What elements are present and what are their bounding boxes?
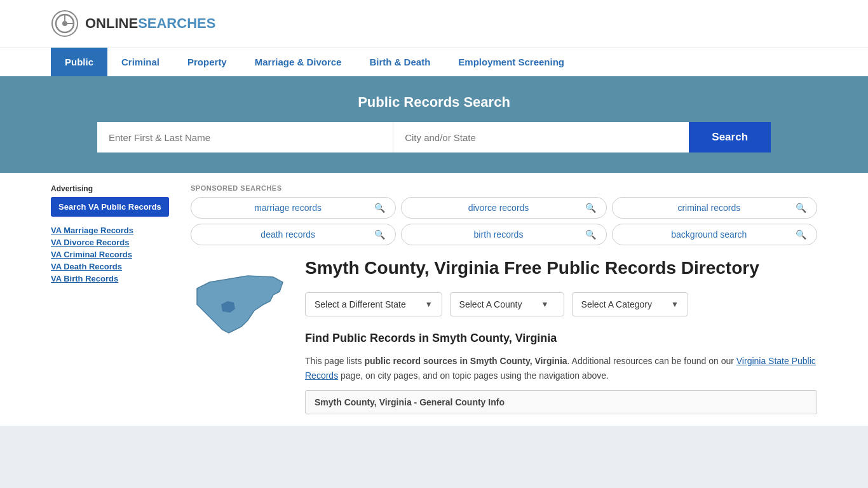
- logo-icon: [51, 10, 79, 37]
- search-banner-title: Public Records Search: [51, 94, 817, 111]
- location-input[interactable]: [393, 122, 689, 152]
- sponsored-item-background[interactable]: background search 🔍: [612, 224, 817, 245]
- search-icon-1: 🔍: [374, 203, 385, 213]
- sponsored-death-text: death records: [201, 229, 374, 240]
- directory-title: Smyth County, Virginia Free Public Recor…: [305, 257, 817, 280]
- logo-searches-text: SEARCHES: [138, 15, 215, 32]
- sponsored-divorce-text: divorce records: [412, 203, 585, 213]
- search-icon-4: 🔍: [374, 229, 385, 240]
- state-map: [191, 257, 292, 414]
- sponsored-item-divorce[interactable]: divorce records 🔍: [401, 197, 606, 219]
- sponsored-label: SPONSORED SEARCHES: [191, 184, 817, 192]
- nav-item-marriage-divorce[interactable]: Marriage & Divorce: [241, 48, 356, 76]
- sidebar-ad-label: Advertising: [51, 184, 172, 193]
- sponsored-item-marriage[interactable]: marriage records 🔍: [191, 197, 396, 219]
- state-dropdown-label: Select a Different State: [315, 299, 406, 309]
- main-content: Advertising Search VA Public Records VA …: [0, 173, 868, 426]
- category-dropdown-label: Select A Category: [581, 299, 652, 309]
- category-dropdown-arrow: ▼: [671, 300, 679, 309]
- sidebar: Advertising Search VA Public Records VA …: [51, 173, 172, 426]
- dropdown-row: Select a Different State ▼ Select A Coun…: [305, 292, 817, 316]
- search-icon-2: 🔍: [585, 203, 596, 213]
- sidebar-ad-button[interactable]: Search VA Public Records: [51, 197, 169, 217]
- logo[interactable]: ONLINE SEARCHES: [51, 10, 215, 37]
- logo-online-text: ONLINE: [85, 15, 138, 32]
- county-dropdown-label: Select A County: [459, 299, 522, 309]
- sidebar-link-death[interactable]: VA Death Records: [51, 262, 172, 271]
- logo-text: ONLINE SEARCHES: [85, 15, 215, 32]
- search-banner: Public Records Search Search: [0, 76, 868, 173]
- sidebar-link-marriage[interactable]: VA Marriage Records: [51, 226, 172, 235]
- nav-item-employment[interactable]: Employment Screening: [444, 48, 578, 76]
- nav-item-criminal[interactable]: Criminal: [107, 48, 173, 76]
- find-title: Find Public Records in Smyth County, Vir…: [305, 332, 817, 345]
- desc-bold: public record sources in Smyth County, V…: [364, 356, 567, 366]
- nav-item-public[interactable]: Public: [51, 48, 107, 76]
- sponsored-marriage-text: marriage records: [201, 203, 374, 213]
- search-button[interactable]: Search: [689, 122, 771, 152]
- category-dropdown[interactable]: Select A Category ▼: [572, 292, 688, 316]
- content-area: SPONSORED SEARCHES marriage records 🔍 di…: [191, 173, 817, 426]
- svg-point-1: [62, 21, 67, 26]
- county-info-bar[interactable]: Smyth County, Virginia - General County …: [305, 390, 817, 414]
- sponsored-item-criminal[interactable]: criminal records 🔍: [612, 197, 817, 219]
- directory-content: Smyth County, Virginia Free Public Recor…: [305, 257, 817, 414]
- desc-part1: This page lists: [305, 356, 364, 366]
- sidebar-link-criminal[interactable]: VA Criminal Records: [51, 250, 172, 259]
- nav-item-property[interactable]: Property: [173, 48, 241, 76]
- header: ONLINE SEARCHES: [0, 0, 868, 47]
- search-form: Search: [97, 122, 771, 152]
- directory-section: Smyth County, Virginia Free Public Recor…: [191, 257, 817, 414]
- sidebar-link-divorce[interactable]: VA Divorce Records: [51, 238, 172, 247]
- main-nav: Public Criminal Property Marriage & Divo…: [0, 47, 868, 76]
- county-dropdown-arrow: ▼: [541, 300, 548, 309]
- sponsored-birth-text: birth records: [412, 229, 585, 240]
- state-dropdown-arrow: ▼: [425, 300, 433, 309]
- sidebar-link-birth[interactable]: VA Birth Records: [51, 274, 172, 283]
- sidebar-links: VA Marriage Records VA Divorce Records V…: [51, 226, 172, 283]
- state-dropdown[interactable]: Select a Different State ▼: [305, 292, 442, 316]
- search-icon-3: 🔍: [796, 203, 806, 213]
- sponsored-criminal-text: criminal records: [623, 203, 796, 213]
- search-icon-6: 🔍: [796, 229, 806, 240]
- name-input[interactable]: [97, 122, 393, 152]
- desc-part3: page, on city pages, and on topic pages …: [338, 370, 609, 381]
- sponsored-background-text: background search: [623, 229, 796, 240]
- sponsored-item-death[interactable]: death records 🔍: [191, 224, 396, 245]
- search-icon-5: 🔍: [585, 229, 596, 240]
- sponsored-grid: marriage records 🔍 divorce records 🔍 cri…: [191, 197, 817, 245]
- county-dropdown[interactable]: Select A County ▼: [450, 292, 564, 316]
- virginia-map-svg: [191, 263, 286, 346]
- desc-part2: . Additional resources can be found on o…: [567, 356, 736, 366]
- description-paragraph: This page lists public record sources in…: [305, 354, 817, 383]
- sponsored-item-birth[interactable]: birth records 🔍: [401, 224, 606, 245]
- nav-item-birth-death[interactable]: Birth & Death: [355, 48, 444, 76]
